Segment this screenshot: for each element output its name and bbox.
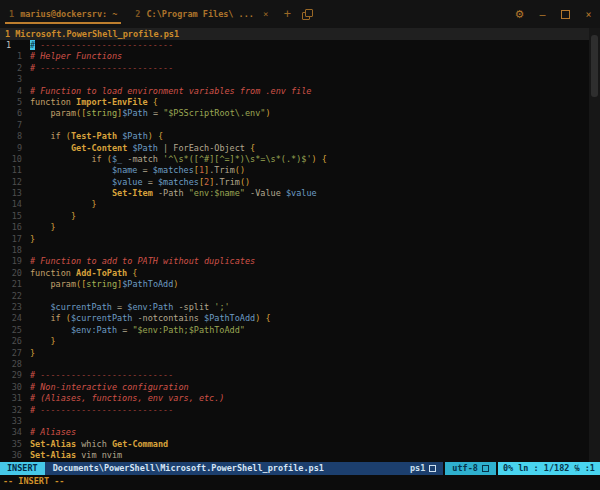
code-token: Get-Content (71, 143, 132, 153)
line-number: 21 (6, 279, 22, 290)
code-token: = (137, 165, 152, 175)
code-text: function Add-ToPath { (30, 268, 137, 279)
line-number: 5 (6, 97, 22, 108)
code-text: # -------------------------- (30, 40, 173, 51)
code-line: 19# Function to add to PATH without dupl… (6, 256, 600, 267)
code-token: param (50, 279, 76, 289)
code-token (30, 188, 112, 198)
code-line: 7 (6, 120, 600, 131)
code-token: # -------------------------- (30, 405, 173, 415)
line-number: 1 (6, 40, 22, 51)
scrollbar-thumb[interactable] (591, 35, 598, 97)
terminal-tab-1[interactable]: 1 marius@dockersrv: ~ (0, 0, 126, 28)
maximize-button[interactable] (554, 0, 577, 28)
code-token: function (30, 97, 76, 107)
code-text: } (30, 348, 35, 359)
line-number: 30 (6, 382, 22, 393)
code-token: which (81, 439, 112, 449)
code-line: 15 } (6, 211, 600, 222)
close-tab-icon[interactable]: × (263, 9, 268, 19)
code-line: 2# -------------------------- (6, 63, 600, 74)
code-line: 29# -------------------------- (6, 370, 600, 381)
code-token: () (235, 165, 245, 175)
code-token: { (265, 313, 270, 323)
code-text: # Aliases (30, 427, 76, 438)
code-token: -Path (158, 188, 189, 198)
code-token: $currentPath (50, 302, 111, 312)
code-buffer[interactable]: 1# --------------------------1# Helper F… (0, 40, 600, 461)
encoding-segment: utf-8 (445, 462, 496, 475)
code-token: Add-ToPath (76, 268, 132, 278)
code-token: = (143, 177, 158, 187)
vim-statusline: INSERT Documents\PowerShell\Microsoft.Po… (0, 462, 600, 475)
code-text: if (Test-Path $Path) { (30, 131, 163, 142)
scrollbar[interactable] (589, 28, 600, 462)
line-number: 10 (6, 154, 22, 165)
code-line: 24 if ($currentPath -notcontains $PathTo… (6, 313, 600, 324)
line-number: 22 (6, 291, 22, 302)
code-token: ) (255, 313, 265, 323)
cursor-position: 0% ln : 1/182 ℅ :1 (498, 462, 600, 475)
code-token: Import-EnvFile (76, 97, 153, 107)
code-token: # Aliases (30, 427, 76, 437)
copy-icon[interactable] (297, 0, 317, 28)
code-token: Set-Alias (30, 450, 81, 460)
code-text: # Helper Functions (30, 51, 122, 62)
code-token: # Helper Functions (30, 51, 122, 61)
line-number: 17 (6, 234, 22, 245)
line-number: 13 (6, 188, 22, 199)
code-token: if (91, 154, 106, 164)
new-tab-button[interactable]: + (277, 0, 297, 28)
code-token (30, 279, 50, 289)
code-text: $value = $matches[2].Trim() (30, 177, 250, 188)
tab-title: C:\Program Files\ ... (146, 9, 253, 19)
code-token: string (86, 279, 117, 289)
filetype-label: ps1 (410, 462, 425, 475)
code-token: } (91, 199, 96, 209)
code-line: 27} (6, 348, 600, 359)
vim-tabline[interactable]: 1 Microsoft.PowerShell_profile.ps1 (0, 28, 600, 40)
code-line: 6 param([string]$Path = "$PSScriptRoot\.… (6, 108, 600, 119)
code-line: 1# Helper Functions (6, 51, 600, 62)
code-line: 23 $currentPath = $env:Path -split ';' (6, 302, 600, 313)
line-number: 19 (6, 256, 22, 267)
code-token: param (50, 108, 76, 118)
code-line: 16 } (6, 222, 600, 233)
code-token: $PathToAdd (204, 313, 255, 323)
close-window-button[interactable]: × (577, 0, 600, 28)
line-number: 33 (6, 416, 22, 427)
code-text: } (30, 222, 56, 233)
line-number: 24 (6, 313, 22, 324)
code-token: = (112, 302, 127, 312)
settings-gear-icon[interactable]: ⚙ (508, 0, 531, 28)
code-token: string (86, 108, 117, 118)
code-token: ([ (76, 108, 86, 118)
code-token: -split (178, 302, 214, 312)
line-number: 34 (6, 427, 22, 438)
code-line: 3 (6, 74, 600, 85)
code-text: # Function to add to PATH without duplic… (30, 256, 255, 267)
command-line[interactable]: -- INSERT -- (3, 475, 64, 487)
code-token: = (148, 108, 163, 118)
line-number: 36 (6, 450, 22, 461)
code-token: { (322, 154, 327, 164)
code-token: $Path (122, 108, 148, 118)
code-token: } (30, 348, 35, 358)
minimize-button[interactable]: — (531, 0, 554, 28)
terminal-tab-2[interactable]: 2 C:\Program Files\ ... × (126, 0, 277, 28)
code-token: "$PSScriptRoot\.env" (163, 108, 265, 118)
code-token: } (30, 234, 35, 244)
code-token: # Function to add to PATH without duplic… (30, 256, 255, 266)
code-token: { (158, 131, 163, 141)
code-line: 20function Add-ToPath { (6, 268, 600, 279)
code-token (30, 154, 91, 164)
line-number: 16 (6, 222, 22, 233)
line-number: 2 (6, 63, 22, 74)
code-line: 26 } (6, 336, 600, 347)
line-number: 1 (6, 51, 22, 62)
code-token: -------------------------- (35, 40, 173, 50)
code-text: # (Aliases, functions, env vars, etc.) (30, 393, 224, 404)
code-text: } (30, 336, 56, 347)
line-number: 6 (6, 108, 22, 119)
code-line: 14 } (6, 199, 600, 210)
